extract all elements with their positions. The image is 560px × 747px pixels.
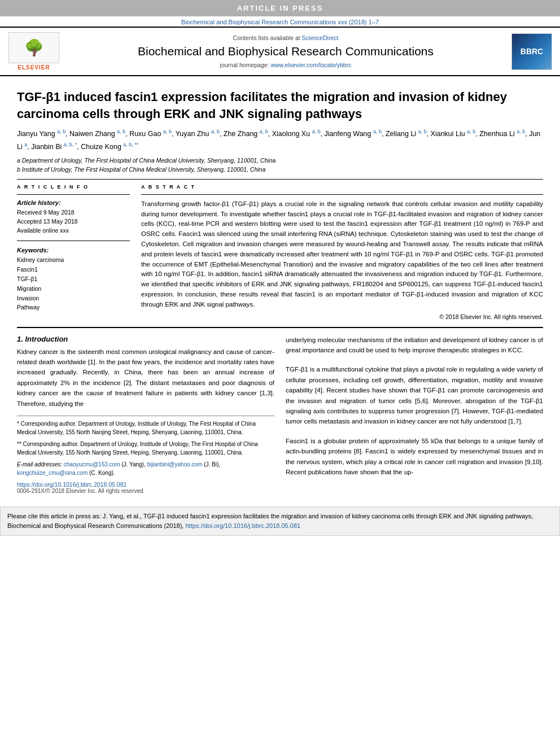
footnote-star1: * Corresponding author. Department of Ur… — [17, 420, 274, 437]
bbrc-label: BBRC — [520, 47, 543, 56]
keyword-pathway: Pathway — [17, 303, 130, 312]
info-abstract-block: A R T I C L E I N F O Article history: R… — [17, 184, 543, 320]
sciencedirect-link[interactable]: ScienceDirect — [302, 34, 339, 41]
body-left-col: 1. Introduction Kidney cancer is the six… — [17, 335, 274, 494]
copyright: © 2018 Elsevier Inc. All rights reserved… — [141, 313, 543, 320]
introduction-heading: 1. Introduction — [17, 335, 274, 343]
online-date: Available online xxx — [17, 226, 130, 235]
article-info-label: A R T I C L E I N F O — [17, 184, 130, 190]
body-right-col: underlying molecular mechanisms of the i… — [286, 335, 543, 494]
contents-available-line: Contents lists available at ScienceDirec… — [68, 34, 504, 41]
elsevier-logo: 🌳 ELSEVIER — [6, 32, 62, 71]
received-date: Received 9 May 2018 — [17, 208, 130, 217]
bbrc-logo-image: BBRC — [511, 33, 552, 70]
history-label: Article history: — [17, 199, 130, 206]
keywords-label: Keywords: — [17, 247, 130, 254]
body-divider — [17, 327, 543, 328]
journal-homepage: journal homepage: www.elsevier.com/locat… — [68, 62, 504, 68]
article-in-press-banner: ARTICLE IN PRESS — [0, 0, 560, 16]
journal-header: 🌳 ELSEVIER Contents lists available at S… — [0, 27, 560, 76]
affil-b: b Institute of Urology, The First Hospit… — [17, 165, 543, 174]
keyword-kidney: Kidney carcinoma — [17, 255, 130, 265]
doi-link[interactable]: https://doi.org/10.1016/j.bbrc.2018.05.0… — [17, 481, 274, 488]
journal-reference: Biochemical and Biophysical Research Com… — [0, 16, 560, 27]
email-link-1[interactable]: chaoyucmu@163.com — [64, 461, 120, 468]
intro-left-text: Kidney cancer is the sixteenth most comm… — [17, 347, 274, 409]
article-info: A R T I C L E I N F O Article history: R… — [17, 184, 130, 320]
keyword-fascin: Fascin1 — [17, 265, 130, 274]
email-link-2[interactable]: bijianbini@yahoo.com — [147, 461, 202, 468]
article-title: TGF-β1 induced fascin1 expression facili… — [17, 89, 543, 122]
keyword-migration: Migration — [17, 284, 130, 294]
body-content: 1. Introduction Kidney cancer is the six… — [17, 335, 543, 494]
elsevier-logo-image: 🌳 — [8, 32, 59, 63]
citation-doi[interactable]: https://doi.org/10.1016/j.bbrc.2018.05.0… — [185, 522, 300, 529]
email-link-3[interactable]: kongchuize_cmu@sina.com — [17, 470, 88, 476]
homepage-url[interactable]: www.elsevier.com/locate/ybbrc — [270, 62, 351, 68]
citation-banner: Please cite this article in press as: J.… — [0, 506, 560, 536]
accepted-date: Accepted 13 May 2018 — [17, 217, 130, 226]
journal-title-block: Contents lists available at ScienceDirec… — [62, 34, 509, 68]
main-content: TGF-β1 induced fascin1 expression facili… — [0, 76, 560, 500]
keywords-divider — [17, 241, 130, 241]
bbrc-logo: BBRC — [509, 33, 554, 70]
footnote-star2: ** Corresponding author. Department of U… — [17, 440, 274, 457]
abstract-divider — [141, 194, 543, 195]
keyword-tgf: TGF-β1 — [17, 274, 130, 284]
abstract-label: A B S T R A C T — [141, 184, 543, 190]
section-divider — [17, 179, 543, 180]
abstract-text: Transforming growth factor-β1 (TGF-β1) p… — [141, 199, 543, 310]
footnotes: * Corresponding author. Department of Ur… — [17, 416, 274, 494]
intro-right-fascin: Fascin1 is a globular protein of approxi… — [286, 436, 543, 478]
intro-right-tgf: TGF-β1 is a multifunctional cytokine tha… — [286, 364, 543, 426]
abstract-section: A B S T R A C T Transforming growth fact… — [141, 184, 543, 320]
affil-a: a Department of Urology, The First Hospi… — [17, 156, 543, 165]
authors-list: Jianyu Yang a, b, Naiwen Zhang a, b, Rux… — [17, 128, 543, 153]
affiliations: a Department of Urology, The First Hospi… — [17, 156, 543, 174]
tree-icon: 🌳 — [24, 40, 44, 56]
keywords-section: Keywords: Kidney carcinoma Fascin1 TGF-β… — [17, 247, 130, 312]
journal-main-title: Biochemical and Biophysical Research Com… — [68, 43, 504, 59]
elsevier-label: ELSEVIER — [18, 64, 50, 71]
intro-right-text: underlying molecular mechanisms of the i… — [286, 335, 543, 356]
keyword-invasion: Invasion — [17, 294, 130, 303]
email-line: E-mail addresses: chaoyucmu@163.com (J. … — [17, 460, 274, 478]
issn-line: 0006-291X/© 2018 Elsevier Inc. All right… — [17, 488, 274, 494]
info-divider — [17, 194, 130, 195]
